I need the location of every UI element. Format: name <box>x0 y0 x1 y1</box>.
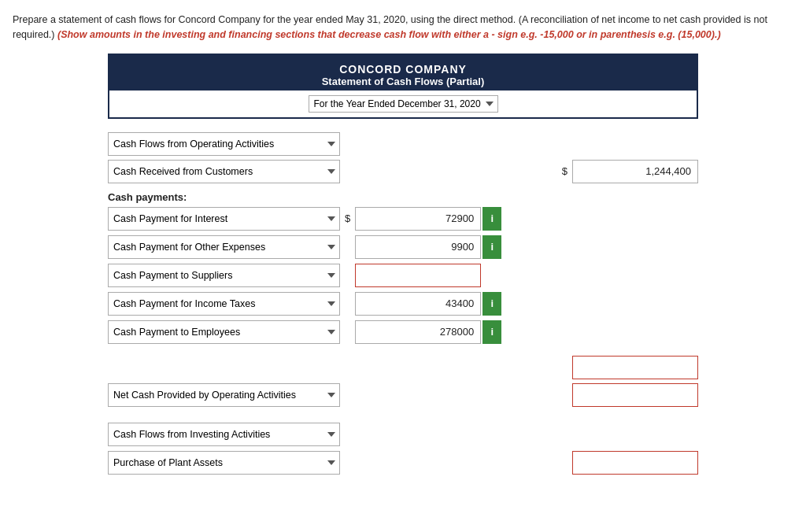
main-content: Cash Flows from Operating Activities Cas… <box>108 131 698 475</box>
other-expenses-row: Cash Payment for Other Expenses $ i <box>108 235 698 260</box>
customers-value-input[interactable] <box>572 160 698 183</box>
suppliers-select[interactable]: Cash Payment to Suppliers <box>108 264 340 287</box>
employees-value-input[interactable] <box>355 320 481 344</box>
interest-select[interactable]: Cash Payment for Interest <box>108 207 340 231</box>
net-cash-value-input[interactable] <box>572 383 698 407</box>
period-row[interactable]: For the Year Ended December 31, 2020 <box>109 91 697 117</box>
income-taxes-row: Cash Payment for Income Taxes $ i <box>108 291 698 316</box>
net-cash-row: Net Cash Provided by Operating Activitie… <box>108 382 698 408</box>
total-payments-input[interactable] <box>572 356 698 379</box>
plant-assets-value-input[interactable] <box>572 451 698 475</box>
statement-header: CONCORD COMPANY Statement of Cash Flows … <box>109 55 697 91</box>
cash-payments-label: Cash payments: <box>108 187 698 206</box>
customers-value-block: $ <box>557 160 698 183</box>
net-cash-select[interactable]: Net Cash Provided by Operating Activitie… <box>108 383 340 407</box>
statement-container: CONCORD COMPANY Statement of Cash Flows … <box>108 54 698 119</box>
investing-activities-select[interactable]: Cash Flows from Investing Activities <box>108 423 340 446</box>
interest-info-button[interactable]: i <box>482 207 501 231</box>
customers-select[interactable]: Cash Received from Customers <box>108 160 340 183</box>
other-expenses-select[interactable]: Cash Payment for Other Expenses <box>108 235 340 259</box>
suppliers-row: Cash Payment to Suppliers $ <box>108 263 698 288</box>
company-name: CONCORD COMPANY <box>116 63 690 76</box>
instructions-block: Prepare a statement of cash flows for Co… <box>13 13 793 42</box>
statement-title: Statement of Cash Flows (Partial) <box>116 76 690 87</box>
investing-activities-row: Cash Flows from Investing Activities <box>108 422 698 447</box>
instruction-italic: (Show amounts in the investing and finan… <box>57 29 721 40</box>
income-taxes-select[interactable]: Cash Payment for Income Taxes <box>108 292 340 316</box>
period-select[interactable]: For the Year Ended December 31, 2020 <box>309 95 498 113</box>
section-divider <box>108 411 698 422</box>
other-expenses-info-button[interactable]: i <box>482 235 501 259</box>
other-expenses-value-input[interactable] <box>355 235 481 259</box>
employees-select[interactable]: Cash Payment to Employees <box>108 320 340 344</box>
dollar-sign-customers: $ <box>562 165 568 177</box>
suppliers-value-input[interactable] <box>355 264 481 287</box>
plant-assets-select[interactable]: Purchase of Plant Assets <box>108 451 340 475</box>
employees-info-button[interactable]: i <box>482 320 501 344</box>
interest-value-input[interactable] <box>355 207 481 231</box>
total-payments-row <box>108 356 698 379</box>
plant-assets-row: Purchase of Plant Assets <box>108 450 698 475</box>
operating-activities-select[interactable]: Cash Flows from Operating Activities <box>108 132 340 156</box>
spacer-1 <box>108 348 698 356</box>
income-taxes-value-input[interactable] <box>355 292 481 316</box>
interest-row: Cash Payment for Interest $ i <box>108 206 698 231</box>
employees-row: Cash Payment to Employees $ i <box>108 320 698 345</box>
dollar-sign-interest: $ <box>345 212 350 224</box>
income-taxes-info-button[interactable]: i <box>482 292 501 316</box>
operating-activities-row: Cash Flows from Operating Activities <box>108 131 698 157</box>
customers-row: Cash Received from Customers $ <box>108 160 698 183</box>
